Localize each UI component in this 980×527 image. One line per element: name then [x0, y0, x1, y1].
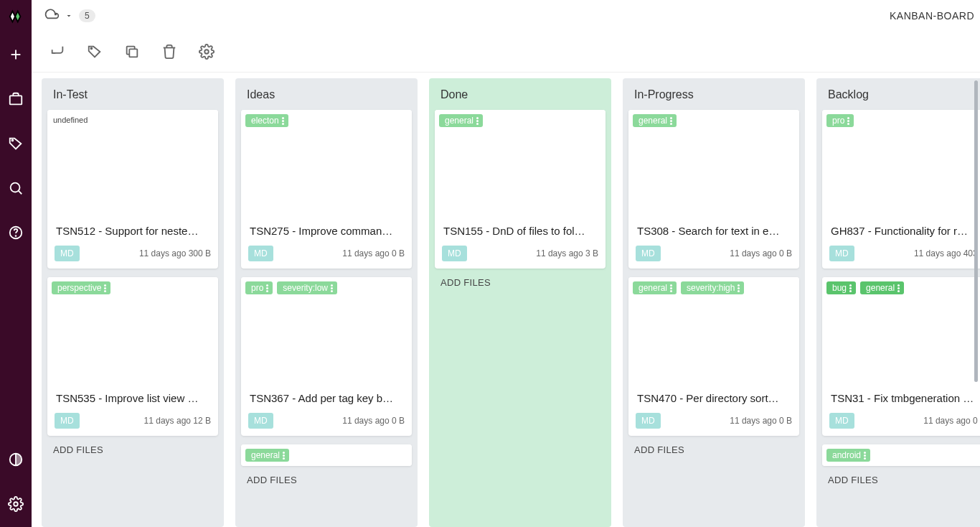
tag-menu-icon[interactable] [897, 284, 900, 292]
tag-menu-icon[interactable] [283, 452, 285, 460]
column-in-test[interactable]: In-TestundefinedTSN512 - Support for nes… [42, 78, 224, 527]
card-tag[interactable]: general [633, 281, 677, 294]
svg-line-5 [19, 191, 22, 195]
tag-menu-icon[interactable] [266, 284, 268, 292]
kanban-card[interactable]: proseverity:lowTSN367 - Add per tag key … [241, 277, 412, 436]
add-icon[interactable] [0, 39, 32, 70]
card-meta: 11 days ago 12 B [144, 416, 211, 426]
column-header: In-Test [42, 78, 224, 110]
kanban-card[interactable]: buggeneralTSN31 - Fix tmbgeneration …MD1… [822, 277, 980, 436]
add-files-button[interactable]: ADD FILES [623, 436, 805, 458]
card-preview: general [241, 444, 412, 466]
card-tag[interactable]: severity:low [277, 281, 337, 294]
tag-menu-icon[interactable] [670, 117, 672, 125]
card-title: TSN275 - Improve comman… [241, 218, 412, 241]
settings-icon[interactable] [0, 488, 32, 520]
card-preview: proseverity:low [241, 277, 412, 385]
card-tag[interactable]: bug [826, 281, 856, 294]
md-badge: MD [248, 413, 273, 429]
card-meta: 11 days ago 300 B [139, 248, 211, 258]
card-tag[interactable]: general [860, 281, 904, 294]
md-badge: MD [636, 246, 661, 261]
card-title: GH837 - Functionality for r… [822, 218, 980, 241]
column-in-progress[interactable]: In-ProgressgeneralTS308 - Search for tex… [623, 78, 805, 527]
theme-icon[interactable] [0, 444, 32, 475]
help-icon[interactable] [0, 217, 32, 248]
add-files-button[interactable]: ADD FILES [429, 269, 611, 291]
card-preview: buggeneral [822, 277, 980, 385]
tag-label: general [251, 450, 280, 460]
tag-menu-icon[interactable] [476, 117, 479, 125]
tag-label: bug [832, 283, 847, 293]
tag-label: severity:high [687, 283, 735, 293]
kanban-card[interactable]: generalseverity:highTSN470 - Per directo… [628, 277, 799, 436]
tag-menu-icon[interactable] [104, 284, 106, 292]
app-logo-icon [6, 7, 25, 26]
tag-menu-icon[interactable] [847, 117, 849, 125]
card-tag[interactable]: android [826, 449, 870, 462]
card-tag[interactable]: electon [245, 114, 288, 127]
card-tag[interactable]: general [633, 114, 677, 127]
card-meta: 11 days ago 3 B [536, 248, 598, 258]
copy-icon[interactable] [123, 43, 141, 60]
card-preview: general [628, 110, 799, 218]
search-icon[interactable] [0, 172, 32, 204]
card-tag[interactable]: pro [826, 114, 854, 127]
card-tag[interactable]: general [439, 114, 483, 127]
kanban-card[interactable]: proGH837 - Functionality for r…MD11 days… [822, 110, 980, 269]
tag-menu-icon[interactable] [738, 284, 740, 292]
cloud-dropdown[interactable] [43, 9, 73, 23]
kanban-card[interactable]: electonTSN275 - Improve comman…MD11 days… [241, 110, 412, 269]
tag-icon[interactable] [0, 128, 32, 159]
md-badge: MD [55, 413, 80, 429]
svg-rect-13 [129, 49, 137, 57]
svg-point-7 [16, 235, 17, 236]
card-preview: pro [822, 110, 980, 218]
count-badge: 5 [79, 9, 95, 22]
svg-point-8 [14, 502, 18, 506]
card-tag[interactable]: general [245, 449, 289, 462]
column-backlog[interactable]: BacklogproGH837 - Functionality for r…MD… [816, 78, 980, 527]
md-badge: MD [442, 246, 467, 261]
kanban-card[interactable]: perspectiveTSN535 - Improve list view …M… [47, 277, 218, 436]
kanban-card[interactable]: undefinedTSN512 - Support for neste…MD11… [47, 110, 218, 269]
tag-action-icon[interactable] [86, 43, 103, 60]
return-icon[interactable] [49, 43, 66, 60]
gear-icon[interactable] [198, 43, 215, 60]
tag-label: perspective [57, 283, 101, 293]
md-badge: MD [829, 413, 854, 429]
card-tag[interactable]: pro [245, 281, 273, 294]
svg-point-14 [204, 50, 209, 54]
briefcase-icon[interactable] [0, 83, 32, 115]
card-meta: 11 days ago 0 B [923, 416, 980, 426]
tag-label: android [832, 450, 861, 460]
card-preview: generalseverity:high [628, 277, 799, 385]
kanban-card[interactable]: generalTSN155 - DnD of files to fol…MD11… [435, 110, 606, 269]
md-badge: MD [248, 246, 273, 261]
card-title: TSN512 - Support for neste… [47, 218, 218, 241]
svg-point-3 [12, 140, 14, 141]
column-done[interactable]: DonegeneralTSN155 - DnD of files to fol…… [429, 78, 611, 527]
md-badge: MD [636, 413, 661, 429]
kanban-card[interactable]: android [822, 444, 980, 466]
column-header: Backlog [816, 78, 980, 110]
kanban-card[interactable]: general [241, 444, 412, 466]
card-meta: 11 days ago 0 B [342, 248, 405, 258]
add-files-button[interactable]: ADD FILES [235, 466, 418, 488]
svg-point-4 [11, 183, 20, 192]
card-title: TS308 - Search for text in e… [628, 218, 799, 241]
trash-icon[interactable] [161, 43, 178, 60]
scrollbar[interactable] [974, 75, 980, 527]
add-files-button[interactable]: ADD FILES [816, 466, 980, 488]
card-tag[interactable]: severity:high [681, 281, 744, 294]
add-files-button[interactable]: ADD FILES [42, 436, 224, 458]
card-tag[interactable]: perspective [52, 281, 110, 294]
column-ideas[interactable]: IdeaselectonTSN275 - Improve comman…MD11… [235, 78, 418, 527]
tag-menu-icon[interactable] [849, 284, 852, 292]
tag-menu-icon[interactable] [331, 284, 333, 292]
kanban-card[interactable]: generalTS308 - Search for text in e…MD11… [628, 110, 799, 269]
tag-menu-icon[interactable] [670, 284, 672, 292]
tag-menu-icon[interactable] [282, 117, 284, 125]
tag-menu-icon[interactable] [864, 452, 866, 460]
tag-label: electon [251, 116, 279, 126]
